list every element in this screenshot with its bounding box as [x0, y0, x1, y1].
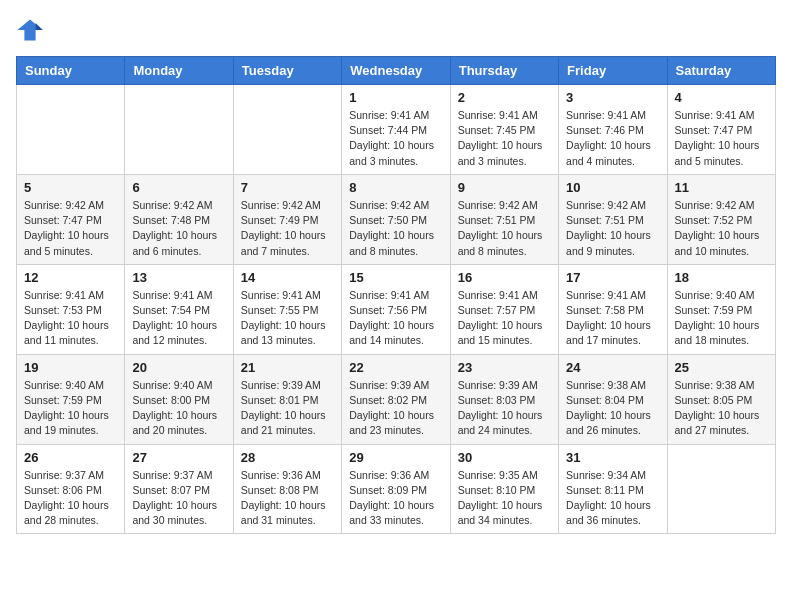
day-info: Sunrise: 9:41 AM Sunset: 7:44 PM Dayligh…	[349, 108, 442, 169]
calendar-cell	[125, 85, 233, 175]
day-info: Sunrise: 9:36 AM Sunset: 8:09 PM Dayligh…	[349, 468, 442, 529]
header-saturday: Saturday	[667, 57, 775, 85]
calendar-cell: 29Sunrise: 9:36 AM Sunset: 8:09 PM Dayli…	[342, 444, 450, 534]
day-info: Sunrise: 9:40 AM Sunset: 8:00 PM Dayligh…	[132, 378, 225, 439]
day-info: Sunrise: 9:39 AM Sunset: 8:01 PM Dayligh…	[241, 378, 334, 439]
header-tuesday: Tuesday	[233, 57, 341, 85]
calendar-cell: 12Sunrise: 9:41 AM Sunset: 7:53 PM Dayli…	[17, 264, 125, 354]
day-info: Sunrise: 9:42 AM Sunset: 7:48 PM Dayligh…	[132, 198, 225, 259]
calendar-cell	[17, 85, 125, 175]
day-number: 7	[241, 180, 334, 195]
header-wednesday: Wednesday	[342, 57, 450, 85]
day-number: 15	[349, 270, 442, 285]
day-number: 13	[132, 270, 225, 285]
day-info: Sunrise: 9:41 AM Sunset: 7:45 PM Dayligh…	[458, 108, 551, 169]
day-number: 18	[675, 270, 768, 285]
calendar-cell: 23Sunrise: 9:39 AM Sunset: 8:03 PM Dayli…	[450, 354, 558, 444]
day-info: Sunrise: 9:41 AM Sunset: 7:56 PM Dayligh…	[349, 288, 442, 349]
day-number: 24	[566, 360, 659, 375]
day-number: 27	[132, 450, 225, 465]
calendar-cell: 19Sunrise: 9:40 AM Sunset: 7:59 PM Dayli…	[17, 354, 125, 444]
day-number: 26	[24, 450, 117, 465]
calendar-cell	[667, 444, 775, 534]
day-info: Sunrise: 9:41 AM Sunset: 7:53 PM Dayligh…	[24, 288, 117, 349]
day-number: 30	[458, 450, 551, 465]
day-info: Sunrise: 9:42 AM Sunset: 7:51 PM Dayligh…	[458, 198, 551, 259]
week-row-2: 5Sunrise: 9:42 AM Sunset: 7:47 PM Daylig…	[17, 174, 776, 264]
day-number: 2	[458, 90, 551, 105]
calendar-cell: 11Sunrise: 9:42 AM Sunset: 7:52 PM Dayli…	[667, 174, 775, 264]
week-row-5: 26Sunrise: 9:37 AM Sunset: 8:06 PM Dayli…	[17, 444, 776, 534]
svg-marker-1	[36, 23, 43, 30]
calendar-cell: 25Sunrise: 9:38 AM Sunset: 8:05 PM Dayli…	[667, 354, 775, 444]
week-row-1: 1Sunrise: 9:41 AM Sunset: 7:44 PM Daylig…	[17, 85, 776, 175]
calendar-cell: 7Sunrise: 9:42 AM Sunset: 7:49 PM Daylig…	[233, 174, 341, 264]
calendar-cell: 24Sunrise: 9:38 AM Sunset: 8:04 PM Dayli…	[559, 354, 667, 444]
calendar-cell: 1Sunrise: 9:41 AM Sunset: 7:44 PM Daylig…	[342, 85, 450, 175]
day-number: 6	[132, 180, 225, 195]
calendar-body: 1Sunrise: 9:41 AM Sunset: 7:44 PM Daylig…	[17, 85, 776, 534]
day-info: Sunrise: 9:41 AM Sunset: 7:57 PM Dayligh…	[458, 288, 551, 349]
calendar-cell: 4Sunrise: 9:41 AM Sunset: 7:47 PM Daylig…	[667, 85, 775, 175]
calendar-cell: 22Sunrise: 9:39 AM Sunset: 8:02 PM Dayli…	[342, 354, 450, 444]
day-info: Sunrise: 9:41 AM Sunset: 7:46 PM Dayligh…	[566, 108, 659, 169]
day-number: 21	[241, 360, 334, 375]
calendar-cell: 6Sunrise: 9:42 AM Sunset: 7:48 PM Daylig…	[125, 174, 233, 264]
day-info: Sunrise: 9:42 AM Sunset: 7:49 PM Dayligh…	[241, 198, 334, 259]
calendar-cell: 16Sunrise: 9:41 AM Sunset: 7:57 PM Dayli…	[450, 264, 558, 354]
day-number: 1	[349, 90, 442, 105]
calendar-cell: 30Sunrise: 9:35 AM Sunset: 8:10 PM Dayli…	[450, 444, 558, 534]
day-number: 11	[675, 180, 768, 195]
day-number: 9	[458, 180, 551, 195]
day-number: 19	[24, 360, 117, 375]
header-thursday: Thursday	[450, 57, 558, 85]
page-header	[16, 16, 776, 44]
logo	[16, 16, 48, 44]
calendar-cell: 17Sunrise: 9:41 AM Sunset: 7:58 PM Dayli…	[559, 264, 667, 354]
calendar-cell: 28Sunrise: 9:36 AM Sunset: 8:08 PM Dayli…	[233, 444, 341, 534]
day-info: Sunrise: 9:40 AM Sunset: 7:59 PM Dayligh…	[675, 288, 768, 349]
day-info: Sunrise: 9:41 AM Sunset: 7:47 PM Dayligh…	[675, 108, 768, 169]
calendar-cell: 13Sunrise: 9:41 AM Sunset: 7:54 PM Dayli…	[125, 264, 233, 354]
day-info: Sunrise: 9:37 AM Sunset: 8:07 PM Dayligh…	[132, 468, 225, 529]
day-number: 14	[241, 270, 334, 285]
calendar-cell: 21Sunrise: 9:39 AM Sunset: 8:01 PM Dayli…	[233, 354, 341, 444]
calendar-table: SundayMondayTuesdayWednesdayThursdayFrid…	[16, 56, 776, 534]
day-info: Sunrise: 9:41 AM Sunset: 7:54 PM Dayligh…	[132, 288, 225, 349]
calendar-cell: 20Sunrise: 9:40 AM Sunset: 8:00 PM Dayli…	[125, 354, 233, 444]
day-number: 28	[241, 450, 334, 465]
header-row: SundayMondayTuesdayWednesdayThursdayFrid…	[17, 57, 776, 85]
calendar-cell: 27Sunrise: 9:37 AM Sunset: 8:07 PM Dayli…	[125, 444, 233, 534]
day-info: Sunrise: 9:34 AM Sunset: 8:11 PM Dayligh…	[566, 468, 659, 529]
day-number: 3	[566, 90, 659, 105]
day-number: 16	[458, 270, 551, 285]
day-number: 29	[349, 450, 442, 465]
day-number: 20	[132, 360, 225, 375]
day-info: Sunrise: 9:42 AM Sunset: 7:51 PM Dayligh…	[566, 198, 659, 259]
day-number: 10	[566, 180, 659, 195]
day-info: Sunrise: 9:41 AM Sunset: 7:55 PM Dayligh…	[241, 288, 334, 349]
calendar-cell: 5Sunrise: 9:42 AM Sunset: 7:47 PM Daylig…	[17, 174, 125, 264]
calendar-cell: 14Sunrise: 9:41 AM Sunset: 7:55 PM Dayli…	[233, 264, 341, 354]
calendar-cell: 26Sunrise: 9:37 AM Sunset: 8:06 PM Dayli…	[17, 444, 125, 534]
calendar-cell: 10Sunrise: 9:42 AM Sunset: 7:51 PM Dayli…	[559, 174, 667, 264]
calendar-cell: 18Sunrise: 9:40 AM Sunset: 7:59 PM Dayli…	[667, 264, 775, 354]
day-info: Sunrise: 9:41 AM Sunset: 7:58 PM Dayligh…	[566, 288, 659, 349]
day-number: 4	[675, 90, 768, 105]
day-number: 23	[458, 360, 551, 375]
calendar-cell: 31Sunrise: 9:34 AM Sunset: 8:11 PM Dayli…	[559, 444, 667, 534]
day-number: 31	[566, 450, 659, 465]
day-info: Sunrise: 9:36 AM Sunset: 8:08 PM Dayligh…	[241, 468, 334, 529]
day-info: Sunrise: 9:35 AM Sunset: 8:10 PM Dayligh…	[458, 468, 551, 529]
day-info: Sunrise: 9:40 AM Sunset: 7:59 PM Dayligh…	[24, 378, 117, 439]
day-number: 25	[675, 360, 768, 375]
header-monday: Monday	[125, 57, 233, 85]
calendar-cell: 15Sunrise: 9:41 AM Sunset: 7:56 PM Dayli…	[342, 264, 450, 354]
header-friday: Friday	[559, 57, 667, 85]
day-info: Sunrise: 9:38 AM Sunset: 8:04 PM Dayligh…	[566, 378, 659, 439]
day-info: Sunrise: 9:42 AM Sunset: 7:47 PM Dayligh…	[24, 198, 117, 259]
day-number: 5	[24, 180, 117, 195]
calendar-cell: 2Sunrise: 9:41 AM Sunset: 7:45 PM Daylig…	[450, 85, 558, 175]
day-number: 17	[566, 270, 659, 285]
calendar-cell	[233, 85, 341, 175]
